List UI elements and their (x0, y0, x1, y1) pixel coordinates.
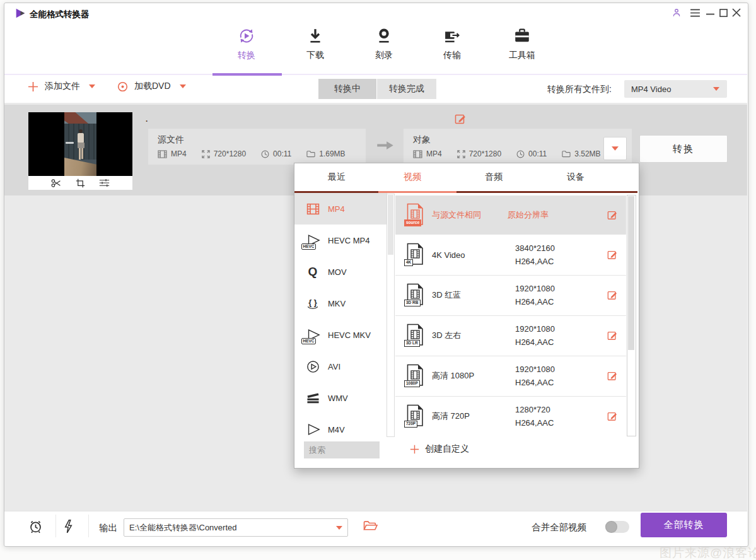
toggle-knob (605, 521, 617, 533)
video-thumbnail[interactable] (28, 112, 132, 176)
schedule-alarm-icon[interactable] (28, 519, 43, 534)
output-format-value: MP4 Video (624, 85, 671, 94)
edit-preset-icon[interactable] (607, 411, 618, 422)
format-item-mp4[interactable]: MP4 (294, 193, 387, 225)
tab-download[interactable]: 下载 (306, 26, 324, 61)
output-format-dropdown[interactable]: MP4 Video (624, 80, 727, 98)
clapperboard-icon (304, 390, 322, 406)
format-list-scrollbar-thumb[interactable] (388, 195, 393, 255)
format-item-avi[interactable]: AVI (294, 351, 387, 382)
watermark-text: 图片来源@浪客论坛 (660, 545, 756, 560)
load-dvd-button[interactable]: 加载DVD (117, 81, 186, 92)
app-logo-play-icon (15, 8, 26, 19)
tab-converting[interactable]: 转换中 (318, 79, 376, 99)
account-icon[interactable] (671, 7, 682, 18)
edit-target-icon[interactable] (455, 113, 467, 125)
edit-preset-icon[interactable] (607, 250, 618, 260)
preset-name: 与源文件相同 (432, 209, 481, 221)
trim-scissors-icon[interactable] (51, 178, 62, 188)
source-title: 源文件 (158, 134, 184, 146)
target-format: MP4 (426, 149, 442, 158)
format-list: MP4 HEVC HEVC MP4 Q MOV { } MKV HEVC HEV… (294, 193, 387, 436)
dvd-icon (117, 81, 128, 92)
preset-list-scrollbar-thumb[interactable] (628, 196, 634, 350)
tab-download-label: 下载 (306, 50, 324, 61)
preset-badge: 720P (404, 421, 417, 428)
convert-all-button[interactable]: 全部转换 (641, 513, 727, 537)
panel-tab-recent[interactable]: 最近 (328, 172, 346, 183)
video-file-icon: 720P (404, 404, 426, 428)
minimize-button[interactable] (706, 13, 714, 15)
open-output-folder-icon[interactable] (363, 520, 378, 532)
preset-hd-1080p[interactable]: 1080P 高清 1080P 1920*1080H264,AAC (395, 356, 626, 397)
format-item-hevc-mp4[interactable]: HEVC HEVC MP4 (294, 225, 387, 256)
preset-3d-anaglyph[interactable]: 3D RB 3D 红蓝 1920*1080H264,AAC (395, 275, 626, 316)
video-file-icon: 3D RB (404, 283, 426, 307)
maximize-button[interactable] (719, 8, 728, 17)
format-item-label: WMV (328, 394, 348, 403)
convert-row-button-label: 转换 (673, 143, 694, 155)
preset-name: 3D 红蓝 (432, 289, 461, 301)
crop-icon[interactable] (76, 178, 85, 188)
source-format: MP4 (171, 149, 187, 158)
preset-4k-video[interactable]: 4K 4K Video 3840*2160H264,AAC (395, 235, 626, 276)
tab-convert[interactable]: 转换 (236, 26, 257, 61)
panel-tab-video[interactable]: 视频 (404, 172, 421, 183)
tab-toolbox[interactable]: 工具箱 (509, 26, 535, 61)
add-files-button[interactable]: 添加文件 (28, 81, 95, 92)
create-custom-button[interactable]: 创建自定义 (410, 443, 469, 455)
preset-3d-sbs[interactable]: 3D LR 3D 左右 1920*1080H264,AAC (395, 315, 626, 356)
edit-preset-icon[interactable] (607, 330, 618, 341)
effects-sliders-icon[interactable] (99, 178, 110, 187)
preset-same-as-source[interactable]: source 与源文件相同 原始分辨率 (395, 195, 626, 235)
high-speed-bolt-icon[interactable] (62, 519, 73, 534)
target-resolution: 720*1280 (469, 149, 501, 158)
source-duration: 00:11 (273, 149, 291, 158)
preset-hd-720p[interactable]: 720P 高清 720P 1280*720H264,AAC (395, 396, 626, 436)
format-list-scrollbar[interactable] (387, 194, 395, 437)
panel-tab-device[interactable]: 设备 (567, 172, 584, 183)
close-button[interactable] (731, 8, 741, 17)
source-size: 1.69MB (319, 149, 345, 158)
tab-transfer[interactable]: 传输 (443, 26, 461, 61)
clock-icon (516, 150, 525, 158)
load-dvd-label: 加载DVD (134, 81, 171, 92)
target-format-dropdown-button[interactable] (603, 137, 627, 160)
preset-badge: 3D LR (404, 340, 420, 347)
target-size: 3.52MB (574, 149, 600, 158)
tab-burn-label: 刻录 (375, 50, 393, 61)
folder-icon (306, 150, 315, 158)
edit-preset-icon[interactable] (607, 210, 618, 221)
format-item-mov[interactable]: Q MOV (294, 256, 387, 288)
panel-tab-audio[interactable]: 音频 (485, 172, 503, 183)
format-item-hevc-mkv[interactable]: HEVC HEVC MKV (294, 319, 387, 351)
matroska-icon: { } (304, 295, 322, 312)
menu-icon[interactable] (689, 8, 701, 17)
format-item-label: HEVC MKV (328, 330, 371, 340)
edit-preset-icon[interactable] (607, 371, 618, 382)
film-icon (158, 150, 167, 158)
preset-name: 高清 720P (432, 411, 470, 422)
convert-all-button-label: 全部转换 (664, 519, 704, 531)
search-input[interactable] (304, 441, 380, 458)
output-path-dropdown[interactable]: E:\全能格式转换器\Converted (124, 518, 348, 537)
merge-videos-toggle[interactable] (605, 521, 629, 533)
caret-down-icon (612, 146, 619, 151)
thumbnail-toolbar (28, 176, 132, 190)
preset-badge: 4K (404, 259, 413, 267)
convert-row-button[interactable]: 转换 (639, 135, 728, 163)
format-item-wmv[interactable]: WMV (294, 382, 387, 414)
preset-resolution: 1920*1080 (515, 322, 555, 335)
format-item-mkv[interactable]: { } MKV (294, 288, 387, 319)
target-meta: MP4 720*1280 00:11 3.52MB (413, 149, 601, 158)
format-item-m4v[interactable]: M4V (294, 414, 387, 436)
preset-list-scrollbar[interactable] (627, 195, 636, 436)
divider (55, 515, 56, 537)
preset-resolution: 1920*1080 (515, 363, 555, 376)
tab-burn[interactable]: 刻录 (375, 26, 393, 61)
edit-preset-icon[interactable] (607, 290, 618, 301)
convert-all-to-label: 转换所有文件到: (547, 84, 612, 95)
divider (88, 515, 89, 537)
preset-resolution: 1280*720 (515, 403, 554, 416)
tab-converted[interactable]: 转换完成 (377, 79, 436, 99)
